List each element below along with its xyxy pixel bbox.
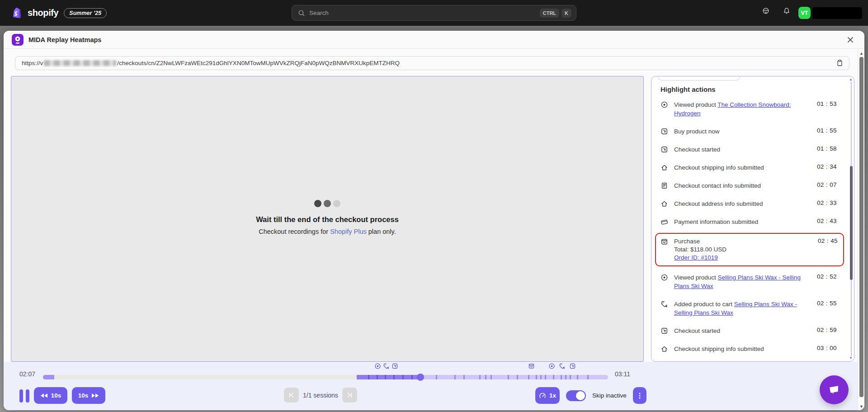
version-badge: Summer ’25 <box>64 8 107 18</box>
topbar: shopify Summer ’25 Search CTRL K VT <box>0 0 868 26</box>
highlight-action-text: Added product to cart Selling Plans Ski … <box>674 300 803 317</box>
highlight-action-time: 01 : 53 <box>817 100 837 107</box>
close-icon[interactable] <box>846 36 854 44</box>
highlight-action-time: 02 : 59 <box>817 327 837 333</box>
player-controls: 10s 10s 1/1 sessions 1x <box>4 386 864 406</box>
timeline-event-tick <box>517 375 518 379</box>
highlight-action-time: 02 : 07 <box>817 181 837 188</box>
assistant-icon[interactable] <box>762 7 769 14</box>
cart-icon[interactable] <box>383 363 390 369</box>
highlight-action-link[interactable]: The Collection Snowboard: Hydrogen <box>674 101 791 117</box>
highlight-action-row[interactable]: Checkout shipping info submitted02 : 34 <box>660 163 837 172</box>
checkout-icon <box>660 327 668 335</box>
panel-scroll-up-icon[interactable]: ▲ <box>849 78 853 81</box>
contact-icon <box>660 182 668 189</box>
highlight-action-row[interactable]: Added product to cart Selling Plans Ski … <box>660 300 837 317</box>
modal-scrollbar[interactable]: ▲ ▼ <box>858 49 864 410</box>
cart-icon[interactable] <box>559 363 566 369</box>
panel-scroll-down-icon[interactable]: ▼ <box>849 356 853 360</box>
skip-inactive-label: Skip inactive <box>592 392 627 399</box>
timeline-event-tick <box>536 375 537 379</box>
highlight-action-row[interactable]: Checkout contact info submitted02 : 07 <box>660 181 837 190</box>
eye-icon[interactable] <box>548 363 555 369</box>
highlight-action-text: Checkout started <box>674 145 803 154</box>
chat-bubble-icon <box>827 383 841 397</box>
home-icon <box>660 200 668 208</box>
cart-icon <box>660 300 668 308</box>
modal-scrollbar-thumb[interactable] <box>859 57 863 397</box>
skip-inactive-toggle[interactable] <box>566 390 586 401</box>
highlight-action-row[interactable]: Viewed product The Collection Snowboard:… <box>660 100 837 118</box>
chat-widget-button[interactable] <box>820 375 849 404</box>
checkout-icon[interactable] <box>569 363 576 369</box>
notifications-bell-icon[interactable] <box>783 7 790 14</box>
eye-icon <box>660 274 668 281</box>
replay-viewport: Wait till the end of the checkout proces… <box>11 76 644 362</box>
url-prefix: https://v <box>22 60 43 66</box>
modal-header: MIDA Replay Heatmaps <box>4 31 864 49</box>
timeline-event-tick <box>377 375 378 379</box>
user-avatar[interactable]: VT <box>798 7 811 19</box>
timeline-event-tick <box>393 375 395 379</box>
highlight-action-time: 02 : 55 <box>817 300 837 307</box>
viewport-message-title: Wait till the end of the checkout proces… <box>256 215 399 224</box>
highlight-action-row[interactable]: Checkout shipping info submitted03 : 00 <box>660 345 837 353</box>
timeline-playhead[interactable] <box>417 374 424 381</box>
highlight-action-row-selected[interactable]: PurchaseTotal: $118.00 USDOrder ID: #101… <box>655 233 844 266</box>
forward-10s-button[interactable]: 10s <box>72 387 105 404</box>
panel-scrollbar[interactable]: ▲ ▼ <box>849 77 853 360</box>
order-id-link[interactable]: Order ID: #1019 <box>674 254 718 261</box>
purchase-icon <box>660 238 668 246</box>
highlight-actions-list: Viewed product The Collection Snowboard:… <box>660 100 837 353</box>
mida-app-icon <box>12 34 24 46</box>
highlight-action-row[interactable]: Checkout address info submitted02 : 33 <box>660 199 837 208</box>
rewind-10s-button[interactable]: 10s <box>34 387 67 404</box>
modal-title: MIDA Replay Heatmaps <box>28 36 101 43</box>
timeline-event-tick <box>577 375 578 379</box>
highlight-actions-heading: Highlight actions <box>660 85 837 93</box>
loading-dots <box>314 200 340 207</box>
store-name-redacted[interactable] <box>812 7 862 19</box>
highlight-action-text: Checkout contact info submitted <box>674 181 803 190</box>
search-icon <box>298 9 305 17</box>
highlight-action-link[interactable]: Selling Plans Ski Wax - Selling Plans Sk… <box>674 274 801 289</box>
highlight-action-row[interactable]: Buy product now01 : 55 <box>660 127 837 136</box>
next-session-button[interactable] <box>342 388 357 403</box>
session-url-bar[interactable]: https://v/checkouts/cn/Z2NwLWFzaWEtc291d… <box>15 56 849 70</box>
rewind-icon <box>40 393 48 398</box>
highlight-action-time: 03 : 00 <box>817 345 837 351</box>
pause-button[interactable] <box>19 389 29 403</box>
search-input[interactable]: Search CTRL K <box>292 5 576 21</box>
timeline-event-tick <box>565 375 566 379</box>
checkout-icon[interactable] <box>392 363 398 369</box>
highlight-action-row[interactable]: Checkout started01 : 58 <box>660 145 837 154</box>
highlight-action-row[interactable]: Viewed product Selling Plans Ski Wax - S… <box>660 273 837 290</box>
timeline-segment-start <box>43 375 54 379</box>
purchase-icon[interactable] <box>528 363 535 369</box>
highlight-action-row[interactable]: Payment information submitted02 : 43 <box>660 218 837 226</box>
previous-session-button[interactable] <box>284 388 299 403</box>
highlight-action-row[interactable]: Checkout started02 : 59 <box>660 327 837 335</box>
playback-speed-button[interactable]: 1x <box>535 387 560 404</box>
timeline-segment-played <box>357 375 420 379</box>
eye-icon[interactable] <box>374 363 381 369</box>
timeline-event-tick <box>570 375 571 379</box>
shopify-plus-link[interactable]: Shopify Plus <box>330 228 367 235</box>
highlight-action-time: 02 : 33 <box>817 199 837 206</box>
shopify-logo[interactable]: shopify Summer ’25 <box>12 0 107 26</box>
more-options-button[interactable] <box>633 387 646 404</box>
highlight-action-link[interactable]: Selling Plans Ski Wax - Selling Plans Sk… <box>674 301 797 316</box>
timeline-markers <box>43 363 608 370</box>
panel-scrollbar-thumb[interactable] <box>850 166 853 280</box>
highlight-action-text: Viewed product The Collection Snowboard:… <box>674 100 803 118</box>
modal-scroll-up-icon[interactable]: ▲ <box>859 51 863 56</box>
current-time: 02:07 <box>19 370 35 378</box>
modal-scroll-down-icon[interactable]: ▼ <box>859 404 863 409</box>
shopify-bag-icon <box>12 7 22 19</box>
search-placeholder: Search <box>309 9 538 16</box>
timeline-event-tick <box>411 375 413 379</box>
copy-url-icon[interactable] <box>836 59 844 67</box>
timeline-track[interactable] <box>43 375 608 379</box>
highlight-action-text: Checkout shipping info submitted <box>674 163 803 172</box>
highlight-action-text: PurchaseTotal: $118.00 USDOrder ID: #101… <box>674 237 803 262</box>
